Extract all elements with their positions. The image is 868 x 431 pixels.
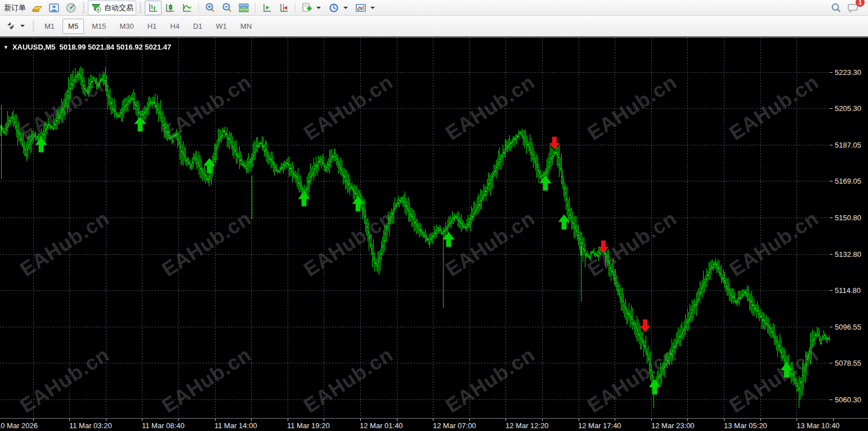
time-axis-label: 10 Mar 2026 <box>0 421 38 430</box>
time-axis-tick <box>724 419 724 421</box>
zoom-out-button[interactable] <box>218 1 235 15</box>
time-axis-tick <box>797 419 797 421</box>
price-axis-label: 5114.80 <box>835 286 861 294</box>
price-axis-tick <box>830 145 833 145</box>
time-axis-label: 11 Mar 03:20 <box>69 421 112 430</box>
timeframe-button-M30[interactable]: M30 <box>114 19 139 34</box>
bar-chart-type-button[interactable] <box>145 1 162 15</box>
sell-signal-arrow[interactable] <box>598 241 609 254</box>
price-axis-label: 5169.05 <box>835 177 861 185</box>
price-axis-tick <box>830 363 833 363</box>
toolbar-drag-handle[interactable] <box>83 2 84 14</box>
new-chart-button[interactable] <box>298 1 325 15</box>
time-axis-tick <box>178 419 179 421</box>
buy-signal-arrow[interactable] <box>35 137 47 153</box>
zoom-in-icon <box>204 2 216 14</box>
time-axis-tick <box>615 419 615 421</box>
new-order-label: 新订单 <box>4 3 26 13</box>
signals-button[interactable] <box>62 1 79 15</box>
time-axis-label: 13 Mar 10:40 <box>797 421 840 430</box>
sell-signal-arrow[interactable] <box>549 136 560 149</box>
zoom-in-button[interactable] <box>202 1 218 15</box>
chart-shift-icon <box>261 2 272 14</box>
chart-shift-button[interactable] <box>258 1 275 15</box>
time-axis[interactable]: 10 Mar 202611 Mar 03:2011 Mar 08:4011 Ma… <box>0 418 868 431</box>
price-axis-label: 5078.55 <box>835 358 861 367</box>
timeframe-button-H1[interactable]: H1 <box>142 19 163 34</box>
price-axis-label: 5205.30 <box>835 104 861 113</box>
new-chart-icon <box>301 2 312 14</box>
time-axis-tick <box>433 419 433 421</box>
market-watch-button[interactable] <box>46 1 62 15</box>
time-axis-label: 12 Mar 07:00 <box>433 421 476 430</box>
time-axis-tick <box>505 419 506 421</box>
candlestick-chart-type-button[interactable] <box>162 1 178 15</box>
time-axis-label: 11 Mar 08:40 <box>142 421 185 430</box>
periods-button[interactable] <box>325 1 352 15</box>
time-axis-tick <box>360 419 361 421</box>
zoom-out-icon <box>221 2 232 14</box>
toolbar-drag-handle[interactable] <box>33 20 34 32</box>
chart-plot-area[interactable]: EAHub.cnEAHub.cnEAHub.cnEAHub.cnEAHub.cn… <box>0 38 830 418</box>
indicators-button[interactable] <box>352 1 379 15</box>
search-button[interactable] <box>827 1 844 15</box>
price-axis-tick <box>830 399 833 400</box>
buy-signal-arrow[interactable] <box>649 379 661 394</box>
price-axis-label: 5187.05 <box>835 141 861 149</box>
timeframe-button-M5[interactable]: M5 <box>62 19 84 34</box>
time-axis-tick <box>142 419 142 421</box>
tile-windows-button[interactable] <box>235 1 252 15</box>
autotrading-label: 自动交易 <box>104 3 133 13</box>
timeframe-button-W1[interactable]: W1 <box>211 19 233 34</box>
buy-signal-arrow[interactable] <box>204 158 216 174</box>
bar-chart-type-icon <box>147 2 159 14</box>
time-axis-tick <box>251 419 252 421</box>
buy-signal-arrow[interactable] <box>540 176 552 191</box>
timeframe-button-D1[interactable]: D1 <box>187 19 208 34</box>
line-chart-type-icon <box>181 2 193 14</box>
timeframe-button-group: M1M5M15M30H1H4D1W1MN <box>38 19 258 34</box>
timeframe-button-MN[interactable]: MN <box>235 19 257 34</box>
buy-signal-arrow[interactable] <box>352 196 364 211</box>
dropdown-caret-icon <box>370 7 375 9</box>
periods-clock-icon <box>328 2 339 14</box>
time-axis-tick <box>69 419 70 421</box>
dropdown-caret-icon <box>343 7 348 9</box>
time-axis-tick <box>397 419 397 421</box>
price-axis-tick <box>830 327 833 327</box>
market-watch-icon <box>48 2 60 14</box>
toolbar-drag-handle[interactable] <box>140 2 141 14</box>
dropdown-caret-icon <box>316 7 321 9</box>
one-click-trading-toggle-icon[interactable]: ▼ <box>3 45 8 50</box>
gold-button[interactable] <box>29 1 46 15</box>
buy-signal-arrow[interactable] <box>558 214 570 229</box>
price-axis[interactable]: 5223.305205.305187.055169.055150.805132.… <box>830 38 868 418</box>
time-axis-label: 12 Mar 12:20 <box>505 421 549 430</box>
price-axis-label: 5223.30 <box>835 68 861 77</box>
timeframe-button-H4[interactable]: H4 <box>164 19 185 34</box>
notifications-button[interactable]: 1 <box>844 1 861 15</box>
notification-count-badge: 1 <box>856 0 865 7</box>
time-axis-tick <box>33 419 34 421</box>
buy-signal-arrow[interactable] <box>135 116 146 131</box>
timeframe-menu-icon <box>5 20 16 32</box>
line-chart-type-button[interactable] <box>178 1 195 15</box>
price-axis-tick <box>830 108 833 109</box>
buy-signal-arrow[interactable] <box>443 232 455 247</box>
timeframes-toolbar: M1M5M15M30H1H4D1W1MN <box>0 16 868 37</box>
new-order-button[interactable]: 新订单 <box>1 1 29 15</box>
timeframe-menu-button[interactable] <box>2 19 29 33</box>
time-axis-label: 12 Mar 17:40 <box>578 421 621 430</box>
autotrading-button[interactable]: 自动交易 <box>88 1 136 15</box>
terminal-window: 新订单 <box>0 0 868 431</box>
time-axis-label: 13 Mar 05:20 <box>724 421 767 430</box>
buy-signal-arrow[interactable] <box>298 191 310 206</box>
auto-scroll-button[interactable] <box>275 1 292 15</box>
sell-signal-arrow[interactable] <box>640 319 651 332</box>
time-axis-tick <box>833 419 834 421</box>
signal-arrow-layer <box>0 38 830 418</box>
buy-signal-arrow[interactable] <box>781 362 793 377</box>
timeframe-button-M15[interactable]: M15 <box>86 19 111 34</box>
timeframe-button-M1[interactable]: M1 <box>39 19 60 34</box>
price-axis-label: 5150.80 <box>835 214 861 222</box>
